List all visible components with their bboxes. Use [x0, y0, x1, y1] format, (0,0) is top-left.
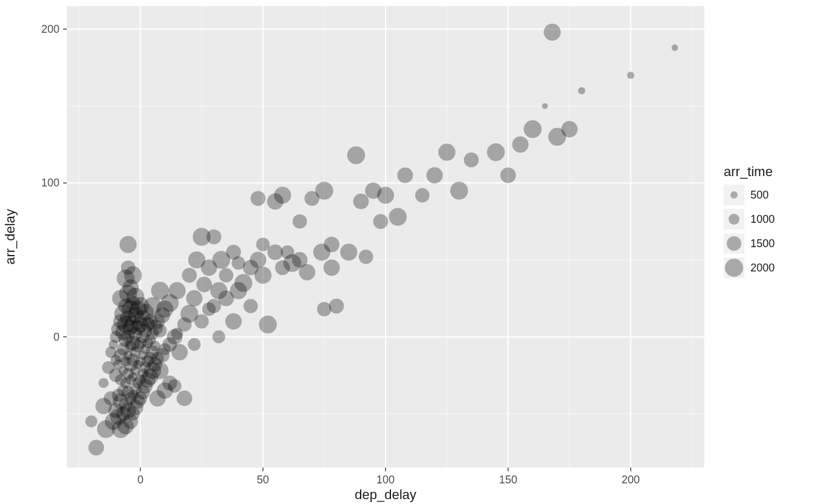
data-point	[225, 313, 242, 330]
data-point	[627, 72, 634, 79]
data-point	[578, 87, 585, 94]
data-point	[450, 182, 468, 199]
legend-key-2000-icon	[725, 259, 743, 277]
data-point	[182, 268, 197, 283]
size-legend: arr_time 500 1000 1500 2000	[724, 164, 775, 278]
data-point	[186, 290, 203, 307]
x-tick-label: 0	[137, 474, 143, 486]
data-point	[251, 191, 266, 206]
data-point	[188, 338, 200, 351]
x-tick-label: 100	[376, 474, 395, 486]
data-point	[274, 187, 291, 204]
data-point	[194, 315, 209, 329]
data-point	[353, 194, 369, 209]
data-point	[124, 267, 141, 284]
data-point	[324, 259, 340, 276]
data-point	[293, 214, 307, 229]
legend-label-1500: 1500	[750, 237, 775, 250]
chart-svg: 050100150200 0100200 dep_delay arr_delay…	[0, 0, 816, 504]
data-point	[438, 144, 455, 161]
data-point	[315, 182, 333, 199]
data-point	[153, 324, 166, 337]
x-axis: 050100150200	[137, 468, 640, 486]
data-point	[464, 152, 479, 168]
x-tick-label: 200	[622, 474, 640, 486]
data-point	[177, 390, 192, 406]
data-point	[542, 103, 548, 109]
data-point	[524, 120, 542, 138]
data-point	[415, 188, 430, 203]
data-point	[171, 344, 188, 361]
data-point	[359, 250, 373, 264]
data-point	[98, 378, 109, 388]
data-point	[234, 274, 252, 291]
legend-key-1000-icon	[729, 214, 739, 225]
legend-key-1500-icon	[727, 236, 741, 251]
plot-panel	[67, 6, 704, 468]
data-point	[347, 146, 365, 164]
y-tick-label: 0	[53, 331, 59, 343]
legend-label-500: 500	[750, 189, 769, 201]
scatter-chart: 050100150200 0100200 dep_delay arr_delay…	[0, 0, 816, 504]
data-point	[250, 252, 267, 268]
data-point	[672, 44, 678, 51]
data-point	[259, 316, 277, 333]
data-point	[89, 440, 104, 455]
legend-title: arr_time	[724, 164, 773, 179]
data-point	[206, 230, 222, 245]
legend-key-500-icon	[730, 191, 738, 199]
data-point	[243, 299, 258, 313]
y-axis: 0100200	[41, 23, 67, 343]
data-point	[487, 143, 505, 161]
data-point	[212, 330, 225, 343]
data-point	[340, 243, 357, 261]
data-point	[85, 415, 97, 427]
data-point	[324, 237, 339, 253]
data-point	[500, 168, 516, 183]
y-tick-label: 100	[41, 177, 59, 189]
data-point	[389, 208, 407, 225]
data-point	[256, 238, 270, 251]
data-point	[377, 187, 394, 204]
y-tick-label: 200	[41, 23, 59, 35]
x-axis-title: dep_delay	[355, 487, 416, 502]
data-point	[169, 282, 186, 299]
data-point	[426, 167, 443, 183]
data-point	[219, 268, 234, 283]
y-axis-title: arr_delay	[2, 209, 18, 265]
data-point	[317, 302, 332, 316]
x-tick-label: 150	[499, 474, 517, 486]
data-point	[544, 24, 561, 41]
x-tick-label: 50	[257, 474, 269, 486]
data-point	[254, 267, 271, 284]
data-point	[168, 380, 182, 393]
data-point	[561, 121, 577, 137]
data-point	[299, 264, 315, 281]
data-point	[373, 214, 389, 229]
data-point	[329, 299, 344, 314]
data-point	[512, 137, 529, 153]
data-point	[397, 168, 413, 183]
data-point	[196, 277, 212, 293]
legend-label-1000: 1000	[750, 213, 775, 225]
data-point	[120, 236, 137, 253]
legend-label-2000: 2000	[750, 262, 775, 274]
